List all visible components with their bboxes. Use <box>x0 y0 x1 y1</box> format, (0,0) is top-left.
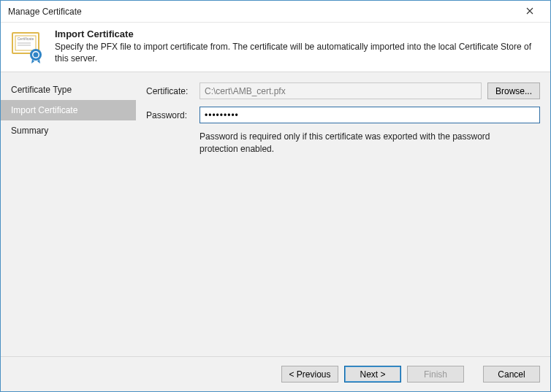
sidebar-item-import-certificate[interactable]: Import Certificate <box>1 100 136 120</box>
svg-point-7 <box>34 53 39 58</box>
header-title: Import Certificate <box>55 28 542 39</box>
titlebar: Manage Certificate <box>1 1 550 23</box>
password-label: Password: <box>146 110 194 120</box>
wizard-footer: < Previous Next > Finish Cancel <box>1 356 550 391</box>
cancel-button[interactable]: Cancel <box>483 366 540 383</box>
certificate-row: Certificate: Browse... <box>146 82 540 99</box>
manage-certificate-window: Manage Certificate Certificate Impor <box>0 0 551 392</box>
certificate-label: Certificate: <box>146 86 194 96</box>
svg-text:Certificate: Certificate <box>18 36 34 41</box>
wizard-content: Certificate: Browse... Password: Passwor… <box>136 72 550 356</box>
sidebar-item-certificate-type[interactable]: Certificate Type <box>1 80 136 100</box>
next-button[interactable]: Next > <box>344 366 401 383</box>
previous-button[interactable]: < Previous <box>281 366 338 383</box>
password-input[interactable] <box>200 107 540 123</box>
password-row: Password: <box>146 107 540 123</box>
password-hint: Password is required only if this certif… <box>200 131 506 154</box>
wizard-body: Certificate Type Import Certificate Summ… <box>1 72 550 356</box>
certificate-path-input[interactable] <box>200 82 482 99</box>
wizard-steps-sidebar: Certificate Type Import Certificate Summ… <box>1 72 136 356</box>
close-icon <box>526 7 533 17</box>
wizard-header: Certificate Import Certificate Specify t… <box>1 23 550 72</box>
close-button[interactable] <box>515 1 544 22</box>
finish-button[interactable]: Finish <box>407 366 464 383</box>
browse-button[interactable]: Browse... <box>487 82 540 99</box>
sidebar-item-summary[interactable]: Summary <box>1 120 136 141</box>
certificate-icon: Certificate <box>10 28 45 64</box>
header-subtitle: Specify the PFX file to import certifica… <box>55 41 542 64</box>
header-text: Import Certificate Specify the PFX file … <box>55 28 542 64</box>
window-title: Manage Certificate <box>8 7 515 17</box>
